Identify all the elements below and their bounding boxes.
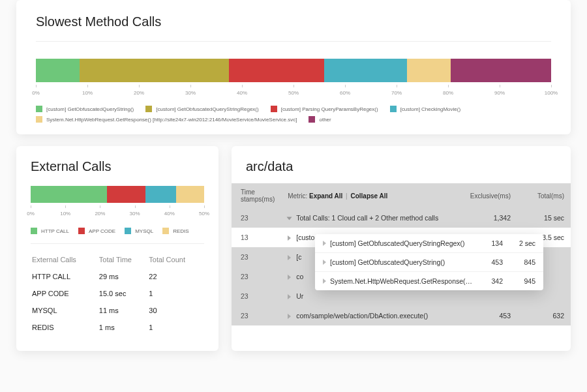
arc-data-card: arc/data Time stamps(ms) Metric: Expand … — [232, 146, 571, 351]
divider — [36, 41, 551, 42]
chevron-right-icon[interactable] — [323, 241, 326, 246]
call-detail-popover: [custom] GetObfuscatedQueryStringRegex()… — [315, 234, 543, 290]
timestamp-cell: 23 — [232, 247, 281, 267]
bar-segment[interactable] — [451, 59, 551, 82]
popover-row[interactable]: [custom] GetObfuscatedQueryStringRegex()… — [315, 234, 543, 253]
axis-tick-label: 0% — [32, 90, 40, 96]
popover-row[interactable]: System.Net.HttpWebRequest.GetResponse() … — [315, 272, 543, 290]
timestamp-cell: 23 — [232, 208, 281, 228]
table-row[interactable]: APP CODE15.0 sec1 — [32, 286, 203, 301]
total-cell: 15 sec — [517, 208, 571, 228]
chevron-right-icon[interactable] — [288, 255, 291, 260]
axis-tick-label: 30% — [185, 90, 196, 96]
popover-row[interactable]: [custom] GetObfuscatedQueryString()45384… — [315, 253, 543, 272]
timestamp-cell: 23 — [232, 306, 281, 325]
legend-item[interactable]: HTTP CALL — [31, 228, 69, 234]
axis-tick-label: 20% — [95, 211, 105, 217]
legend-item[interactable]: [custom] GetObfuscatedQueryString() — [36, 106, 134, 112]
legend-swatch — [125, 228, 131, 234]
stacked-bar — [31, 186, 204, 203]
axis-tick-label: 50% — [199, 211, 209, 217]
legend-swatch — [309, 116, 315, 123]
legend-label: [custom] GetObfuscatedQueryString() — [46, 106, 134, 112]
legend: HTTP CALLAPP CODEMYSQLREDIS — [31, 228, 204, 234]
slowest-methods-chart: 0%10%20%30%40%50%60%70%80%90%100% — [36, 59, 551, 99]
external-calls-chart: 0%10%20%30%40%50% — [31, 186, 204, 220]
panel-title: Slowest Method Calls — [36, 14, 551, 29]
legend-label: [custom] GetObfuscatedQueryStringRegex() — [156, 106, 258, 112]
table-row[interactable]: REDIS1 ms1 — [32, 320, 203, 335]
timestamp-cell: 23 — [232, 267, 281, 286]
chevron-right-icon[interactable] — [288, 314, 291, 319]
axis-tick-label: 30% — [130, 211, 140, 217]
popover-method-name: [custom] GetObfuscatedQueryString() — [330, 258, 473, 266]
chevron-right-icon[interactable] — [288, 294, 291, 299]
col-header-exclusive[interactable]: Exclusive(ms) — [464, 183, 517, 208]
legend-swatch — [271, 106, 277, 112]
bar-segment[interactable] — [145, 186, 177, 203]
legend-swatch — [390, 106, 397, 112]
bar-segment[interactable] — [407, 59, 451, 82]
stacked-bar — [36, 59, 551, 82]
legend-item[interactable]: MYSQL — [125, 228, 153, 234]
col-header-count[interactable]: Total Count — [149, 252, 203, 267]
legend-label: REDIS — [173, 228, 188, 234]
chevron-right-icon[interactable] — [288, 275, 291, 280]
bar-segment[interactable] — [80, 59, 229, 82]
chevron-right-icon[interactable] — [323, 279, 326, 284]
total-cell: 632 — [517, 306, 571, 325]
bar-segment[interactable] — [229, 59, 324, 82]
legend-swatch — [31, 228, 37, 234]
legend-label: System.Net.HttpWebRequest.GetResponse() … — [46, 117, 297, 123]
legend-item[interactable]: other — [309, 116, 331, 123]
bar-segment[interactable] — [36, 59, 80, 82]
table-row[interactable]: HTTP CALL29 ms22 — [32, 269, 203, 284]
panel-title: External Calls — [31, 159, 204, 174]
col-header-metric[interactable]: Metric: Expand All | Collapse All — [281, 183, 464, 208]
legend-label: [custom] Parsing QueryParamsByRegex() — [281, 106, 378, 112]
chevron-down-icon[interactable] — [287, 217, 292, 220]
table-row[interactable]: MYSQL11 ms30 — [32, 303, 203, 318]
trace-row[interactable]: 23com/sample/web/action/DbAction.execute… — [232, 306, 571, 325]
legend-item[interactable]: [custom] GetObfuscatedQueryStringRegex() — [145, 106, 258, 112]
legend-item[interactable]: [custom] CheckingMovie() — [390, 106, 460, 112]
expand-all-link[interactable]: Expand All — [309, 192, 342, 200]
bar-segment[interactable] — [324, 59, 406, 82]
legend-item[interactable]: [custom] Parsing QueryParamsByRegex() — [271, 106, 378, 112]
popover-total: 2 sec — [503, 239, 535, 247]
col-header-total[interactable]: Total(ms) — [517, 183, 571, 208]
axis-tick-label: 0% — [27, 211, 35, 217]
slowest-method-calls-card: Slowest Method Calls 0%10%20%30%40%50%60… — [16, 0, 571, 134]
x-axis: 0%10%20%30%40%50%60%70%80%90%100% — [36, 87, 551, 99]
chevron-right-icon[interactable] — [323, 260, 326, 265]
axis-tick-label: 20% — [134, 90, 144, 96]
bar-segment[interactable] — [176, 186, 204, 203]
divider — [31, 243, 204, 244]
chevron-right-icon[interactable] — [288, 235, 291, 241]
bar-segment[interactable] — [107, 186, 145, 203]
collapse-all-link[interactable]: Collapse All — [350, 192, 387, 200]
legend-item[interactable]: System.Net.HttpWebRequest.GetResponse() … — [36, 116, 297, 123]
col-header-time[interactable]: Total Time — [99, 252, 147, 267]
legend-item[interactable]: APP CODE — [78, 228, 115, 234]
trace-row[interactable]: 23Total Calls: 1 Cloud call + 2 Other me… — [232, 208, 571, 228]
axis-tick-label: 90% — [494, 90, 505, 96]
timestamp-cell: 13 — [232, 228, 281, 247]
popover-exclusive: 453 — [473, 258, 503, 266]
legend-item[interactable]: REDIS — [162, 228, 188, 234]
col-header-name[interactable]: External Calls — [32, 252, 98, 267]
axis-tick-label: 50% — [288, 90, 299, 96]
legend-swatch — [36, 106, 42, 112]
col-header-timestamps[interactable]: Time stamps(ms) — [232, 183, 281, 208]
bar-segment[interactable] — [31, 186, 107, 203]
timestamp-cell: 23 — [232, 286, 281, 306]
legend-label: APP CODE — [89, 228, 115, 234]
axis-tick-label: 100% — [545, 90, 558, 96]
external-calls-table: External Calls Total Time Total Count HT… — [31, 250, 204, 337]
legend-swatch — [36, 116, 42, 123]
popover-exclusive: 342 — [473, 277, 503, 285]
legend-label: MYSQL — [135, 228, 153, 234]
legend-swatch — [145, 106, 152, 112]
panel-title: arc/data — [232, 159, 571, 174]
legend-label: [custom] CheckingMovie() — [400, 106, 460, 112]
